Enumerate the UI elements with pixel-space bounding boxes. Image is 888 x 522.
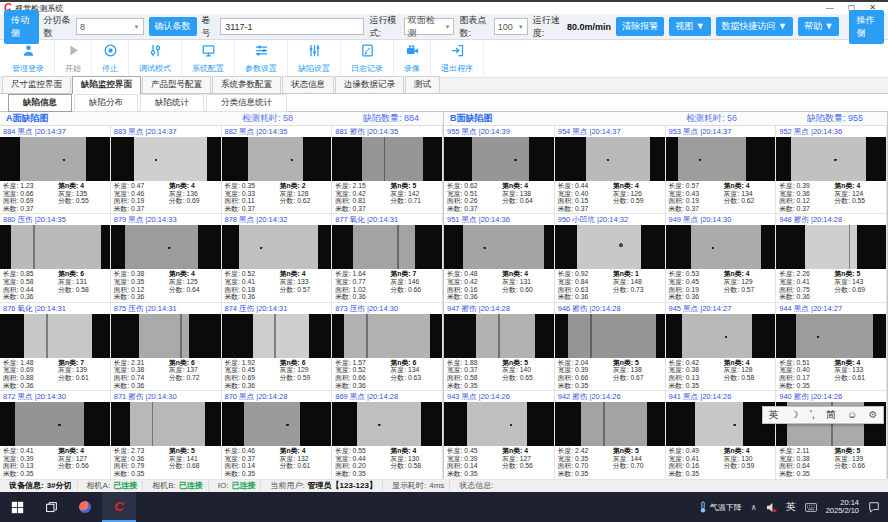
defect-cell[interactable]: 954 黑点 |20:14:37长度: 0.44宽度: 0.40面积: 0.15… [555, 126, 666, 214]
tool-button-stop[interactable]: 停止 [92, 40, 129, 77]
clock[interactable]: 20:14 2025/2/10 [826, 499, 859, 516]
view-menu-button[interactable]: 视图 ▼ [669, 17, 710, 36]
defect-cell[interactable]: 953 黑点 |20:14:37长度: 0.57宽度: 0.43面积: 0.19… [666, 126, 777, 214]
defect-count: 缺陷数量: 884 [363, 112, 419, 125]
operation-side-tag[interactable]: 操作侧 [849, 10, 884, 44]
tray-expand-chevron[interactable]: ∧ [751, 503, 757, 512]
taskbar-app-icon[interactable] [68, 492, 102, 522]
defect-cell[interactable]: 878 黑点 |20:14:32长度: 0.52宽度: 0.41面积: 0.18… [222, 214, 333, 302]
defect-cell[interactable]: 880 压伤 |20:14:35长度: 0.85宽度: 0.58面积: 0.44… [0, 214, 111, 302]
defect-cell[interactable]: 882 黑点 |20:14:35长度: 0.35宽度: 0.33面积: 0.11… [222, 126, 333, 214]
volume-muted-icon[interactable] [766, 502, 777, 513]
defect-cell[interactable]: 876 氧化 |20:14:31长度: 1.48宽度: 0.69面积: 0.88… [0, 303, 111, 391]
stat-area: 面积: 0.12 [114, 286, 167, 294]
defect-cell[interactable]: 881 擦伤 |20:14:35长度: 2.15宽度: 0.42面积: 0.81… [332, 126, 443, 214]
roll-number-label: 卷号 [202, 14, 216, 40]
stat-gray: 灰度: 132 [280, 455, 328, 463]
touch-keyboard-icon[interactable] [805, 503, 817, 512]
split-count-select[interactable]: 8 ▼ [76, 18, 143, 35]
defect-cell[interactable]: 884 黑点 |20:14:37长度: 1.23宽度: 0.66面积: 0.69… [0, 126, 111, 214]
defect-cell[interactable]: 952 黑点 |20:14:36长度: 0.39宽度: 0.36面积: 0.12… [776, 126, 887, 214]
gear-icon[interactable]: ⚙ [868, 409, 877, 421]
stat-gray: 灰度: 142 [391, 190, 439, 198]
defect-cell[interactable]: 942 擦伤 |20:14:26长度: 2.42宽度: 0.35面积: 0.70… [555, 391, 666, 479]
main-tab-3[interactable]: 系统参数配置 [212, 76, 281, 93]
defect-cell[interactable]: 946 擦伤 |20:14:28长度: 2.04宽度: 0.39面积: 0.66… [555, 303, 666, 391]
main-tab-5[interactable]: 边缘数据记录 [335, 76, 404, 93]
defect-cell[interactable]: 943 黑点 |20:14:26长度: 0.45宽度: 0.39面积: 0.14… [444, 391, 555, 479]
run-mode-select[interactable]: 双面检测 ▼ [404, 18, 455, 35]
tool-button-sliders-v[interactable]: 缺陷设置 [288, 40, 341, 77]
main-tab-2[interactable]: 产品型号配置 [142, 76, 211, 93]
stat-width: 宽度: 0.37 [447, 366, 500, 374]
sub-tab-3[interactable]: 分类信息统计 [206, 94, 287, 112]
stat-class: 第n类: 5 [391, 182, 439, 190]
defect-stats: 长度: 0.51宽度: 0.40面积: 0.17米数: 0.35第n类: 4灰度… [776, 358, 886, 390]
defect-stats: 长度: 2.73宽度: 0.36面积: 0.79米数: 0.35第n类: 5灰度… [111, 446, 221, 478]
stat-class: 第n类: 5 [169, 447, 217, 455]
tool-button-tune[interactable]: 调试模式 [129, 40, 182, 77]
tool-button-camera[interactable]: 录像 [394, 40, 431, 77]
defect-cell[interactable]: 945 黑点 |20:14:27长度: 0.42宽度: 0.38面积: 0.13… [666, 303, 777, 391]
defect-cell[interactable]: 883 黑点 |20:14:37长度: 0.47宽度: 0.46面积: 0.19… [111, 126, 222, 214]
notification-center-icon[interactable] [868, 501, 880, 513]
taskbar-active-app-icon[interactable]: C [102, 492, 136, 522]
ime-english-toggle[interactable]: 英 [769, 409, 779, 421]
weather-widget[interactable]: 气温下降 [699, 501, 742, 513]
defect-cell[interactable]: 955 黑点 |20:14:39长度: 0.62宽度: 0.51面积: 0.26… [444, 126, 555, 214]
sub-tab-0[interactable]: 缺陷信息 [8, 94, 72, 112]
stat-gray: 灰度: 140 [502, 366, 550, 374]
sub-tab-2[interactable]: 缺陷统计 [140, 94, 204, 112]
tool-button-log[interactable]: 日志记录 [341, 40, 394, 77]
defect-cell[interactable]: 872 黑点 |20:14:30长度: 0.41宽度: 0.39面积: 0.13… [0, 391, 111, 479]
sub-tab-1[interactable]: 缺陷分布 [74, 94, 138, 112]
minimize-button[interactable]: — [826, 3, 834, 13]
ime-simplified-toggle[interactable]: 简 [826, 409, 836, 421]
tool-button-user[interactable]: 管理登录 [2, 40, 55, 77]
defect-cell[interactable]: 941 黑点 |20:14:26长度: 0.49宽度: 0.41面积: 0.16… [666, 391, 777, 479]
defect-cell[interactable]: 948 擦伤 |20:14:28长度: 2.26宽度: 0.41面积: 0.75… [776, 214, 887, 302]
clear-alarm-button[interactable]: 清除报警 [616, 17, 664, 36]
chevron-down-icon: ▼ [134, 24, 140, 30]
defect-cell[interactable]: 871 擦伤 |20:14:30长度: 2.73宽度: 0.36面积: 0.79… [111, 391, 222, 479]
defect-cell[interactable]: 873 压伤 |20:14:30长度: 1.57宽度: 0.52面积: 0.66… [332, 303, 443, 391]
tool-button-sliders-h[interactable]: 参数设置 [235, 40, 288, 77]
ime-punctuation-toggle[interactable]: ’, [810, 409, 815, 421]
main-tab-0[interactable]: 尺寸监控界面 [2, 76, 71, 93]
defect-cell[interactable]: 951 黑点 |20:14:36长度: 0.48宽度: 0.42面积: 0.16… [444, 214, 555, 302]
drive-side-tag[interactable]: 传动侧 [4, 10, 39, 44]
stat-width: 宽度: 0.44 [335, 455, 388, 463]
main-tab-4[interactable]: 状态信息 [282, 76, 334, 93]
defect-cell[interactable]: 874 压伤 |20:14:31长度: 1.92宽度: 0.45面积: 0.69… [222, 303, 333, 391]
tool-button-play[interactable]: 开始 [55, 40, 92, 77]
stat-class: 第n类: 4 [280, 447, 328, 455]
emoji-icon[interactable]: ☺ [847, 409, 857, 421]
main-tab-1[interactable]: 缺陷监控界面 [72, 76, 141, 94]
task-view-button[interactable] [34, 492, 68, 522]
action-toolbar: 管理登录开始停止调试模式系统配置参数设置缺陷设置日志记录录像退出程序 [0, 40, 888, 78]
defect-cell[interactable]: 950 小凹坑 |20:14:32长度: 0.92宽度: 0.84面积: 0.6… [555, 214, 666, 302]
tool-button-exit[interactable]: 退出程序 [431, 40, 484, 77]
start-button[interactable] [0, 492, 34, 522]
roll-number-input[interactable]: 3117-1 [220, 18, 364, 35]
data-quick-access-menu-button[interactable]: 数据快捷访问 ▼ [716, 17, 793, 36]
help-menu-button[interactable]: 帮助 ▼ [798, 17, 839, 36]
ime-language-indicator[interactable]: 英 [786, 500, 796, 514]
defect-cell[interactable]: 869 黑点 |20:14:28长度: 0.55宽度: 0.44面积: 0.20… [332, 391, 443, 479]
defect-cell[interactable]: 877 氧化 |20:14:31长度: 1.64宽度: 0.77面积: 1.02… [332, 214, 443, 302]
defect-cell[interactable]: 944 黑点 |20:14:27长度: 0.51宽度: 0.40面积: 0.17… [776, 303, 887, 391]
defect-cell[interactable]: 879 黑点 |20:14:33长度: 0.38宽度: 0.35面积: 0.12… [111, 214, 222, 302]
main-tab-6[interactable]: 测试 [405, 76, 440, 93]
defect-cell[interactable]: 940 擦伤 |20:14:26长度: 2.11宽度: 0.38面积: 0.64… [776, 391, 887, 479]
stat-area: 面积: 1.02 [335, 286, 388, 294]
moon-icon[interactable]: ☽ [790, 409, 799, 421]
stat-class: 第n类: 6 [169, 359, 217, 367]
defect-cell[interactable]: 870 黑点 |20:14:28长度: 0.46宽度: 0.37面积: 0.14… [222, 391, 333, 479]
stat-area: 面积: 0.13 [669, 374, 722, 382]
confirm-count-button[interactable]: 确认条数 [149, 17, 197, 36]
tool-button-monitor[interactable]: 系统配置 [182, 40, 235, 77]
defect-cell[interactable]: 875 压伤 |20:14:31长度: 2.31宽度: 0.38面积: 0.74… [111, 303, 222, 391]
defect-cell[interactable]: 949 黑点 |20:14:30长度: 0.53宽度: 0.45面积: 0.19… [666, 214, 777, 302]
defect-cell[interactable]: 947 擦伤 |20:14:28长度: 1.88宽度: 0.37面积: 0.58… [444, 303, 555, 391]
chart-points-select[interactable]: 100 ▼ [494, 18, 528, 35]
